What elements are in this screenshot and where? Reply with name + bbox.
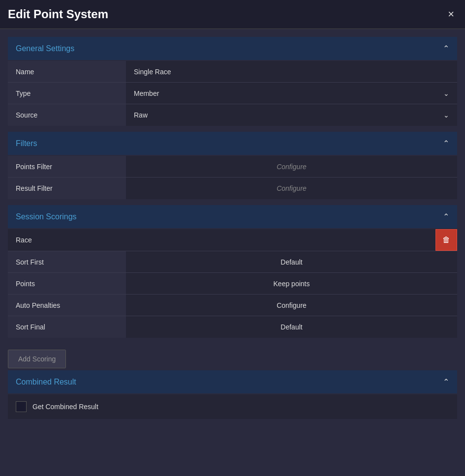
- auto-penalties-value[interactable]: Configure: [126, 296, 457, 315]
- combined-result-header[interactable]: Combined Result ⌃: [8, 370, 457, 393]
- points-filter-value[interactable]: Configure: [126, 157, 457, 177]
- result-filter-value[interactable]: Configure: [126, 178, 457, 198]
- session-scorings-chevron: ⌃: [443, 212, 449, 221]
- general-settings-header[interactable]: General Settings ⌃: [8, 37, 457, 60]
- result-filter-row: Result Filter Configure: [8, 178, 457, 199]
- sort-final-row: Sort Final Default: [8, 316, 457, 338]
- general-settings-content: Name Type Member ⌄ Source: [8, 61, 457, 126]
- auto-penalties-row: Auto Penalties Configure: [8, 295, 457, 316]
- combined-result-title: Combined Result: [16, 378, 76, 387]
- session-scorings-header[interactable]: Session Scorings ⌃: [8, 205, 457, 228]
- points-filter-row: Points Filter Configure: [8, 156, 457, 178]
- filters-title: Filters: [16, 139, 37, 148]
- name-label: Name: [8, 61, 126, 82]
- name-row: Name: [8, 61, 457, 83]
- source-row: Source Raw ⌄: [8, 104, 457, 126]
- type-chevron-icon: ⌄: [443, 89, 449, 97]
- points-row: Points Keep points: [8, 273, 457, 295]
- modal-title: Edit Point System: [8, 7, 108, 21]
- points-label: Points: [8, 273, 126, 294]
- filters-section: Filters ⌃ Points Filter Configure Result…: [8, 132, 457, 205]
- session-scorings-title: Session Scorings: [16, 212, 77, 221]
- source-text: Raw: [134, 111, 148, 119]
- modal-body: General Settings ⌃ Name Type Member ⌄: [0, 29, 465, 433]
- trash-icon: 🗑: [442, 236, 450, 244]
- type-text: Member: [134, 89, 159, 97]
- combined-result-section: Combined Result ⌃ Get Combined Result: [8, 370, 457, 425]
- type-value[interactable]: Member ⌄: [126, 84, 457, 103]
- general-settings-title: General Settings: [16, 44, 74, 53]
- modal: Edit Point System × General Settings ⌃ N…: [0, 0, 465, 476]
- sort-first-value[interactable]: Default: [126, 252, 457, 272]
- general-settings-section: General Settings ⌃ Name Type Member ⌄: [8, 37, 457, 132]
- result-filter-label: Result Filter: [8, 178, 126, 199]
- sort-final-label: Sort Final: [8, 316, 126, 338]
- session-scorings-content: Race 🗑 Sort First Default Points Keep po…: [8, 229, 457, 338]
- points-filter-label: Points Filter: [8, 156, 126, 177]
- name-input[interactable]: [134, 68, 449, 76]
- auto-penalties-label: Auto Penalties: [8, 295, 126, 316]
- race-row: Race 🗑: [8, 229, 457, 251]
- get-combined-result-label: Get Combined Result: [32, 403, 98, 411]
- type-row: Type Member ⌄: [8, 83, 457, 104]
- points-value[interactable]: Keep points: [126, 274, 457, 294]
- filters-header[interactable]: Filters ⌃: [8, 132, 457, 155]
- general-settings-chevron: ⌃: [443, 44, 449, 53]
- session-scorings-section: Session Scorings ⌃ Race 🗑 Sort First Def…: [8, 205, 457, 370]
- get-combined-result-row: Get Combined Result: [8, 394, 457, 419]
- source-label: Source: [8, 104, 126, 126]
- filters-chevron: ⌃: [443, 139, 449, 148]
- combined-result-content: Get Combined Result: [8, 394, 457, 419]
- sort-final-value[interactable]: Default: [126, 317, 457, 337]
- source-chevron-icon: ⌄: [443, 111, 449, 119]
- sort-first-label: Sort First: [8, 251, 126, 272]
- filters-content: Points Filter Configure Result Filter Co…: [8, 156, 457, 199]
- modal-header: Edit Point System ×: [0, 0, 465, 29]
- type-label: Type: [8, 83, 126, 104]
- close-button[interactable]: ×: [445, 7, 457, 22]
- add-scoring-button[interactable]: Add Scoring: [8, 350, 66, 368]
- race-delete-button[interactable]: 🗑: [435, 229, 457, 251]
- name-value: [126, 62, 457, 82]
- race-label: Race: [8, 230, 435, 250]
- combined-result-chevron: ⌃: [443, 377, 449, 387]
- sort-first-row: Sort First Default: [8, 251, 457, 273]
- source-value[interactable]: Raw ⌄: [126, 105, 457, 125]
- get-combined-result-checkbox[interactable]: [16, 401, 27, 412]
